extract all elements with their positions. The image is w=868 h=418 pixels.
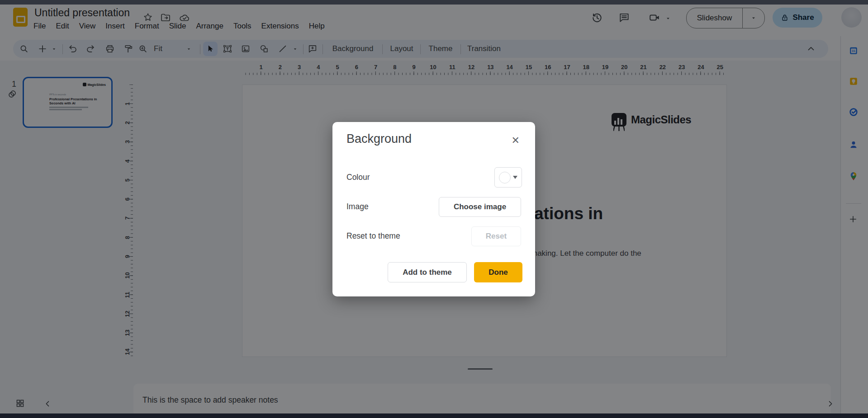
reset-to-theme-label: Reset to theme	[346, 231, 400, 241]
image-label: Image	[346, 202, 369, 211]
colour-picker-button[interactable]	[494, 167, 522, 188]
dialog-title: Background	[346, 132, 412, 146]
close-icon[interactable]: ✕	[512, 136, 520, 146]
colour-caret-icon	[513, 176, 517, 179]
colour-swatch	[499, 172, 511, 183]
reset-button[interactable]: Reset	[471, 226, 521, 246]
done-button[interactable]: Done	[474, 262, 522, 282]
add-to-theme-button[interactable]: Add to theme	[388, 262, 467, 282]
colour-label: Colour	[346, 173, 370, 182]
background-dialog: Background ✕ Colour Image Choose image R…	[332, 122, 535, 296]
choose-image-button[interactable]: Choose image	[439, 197, 521, 217]
